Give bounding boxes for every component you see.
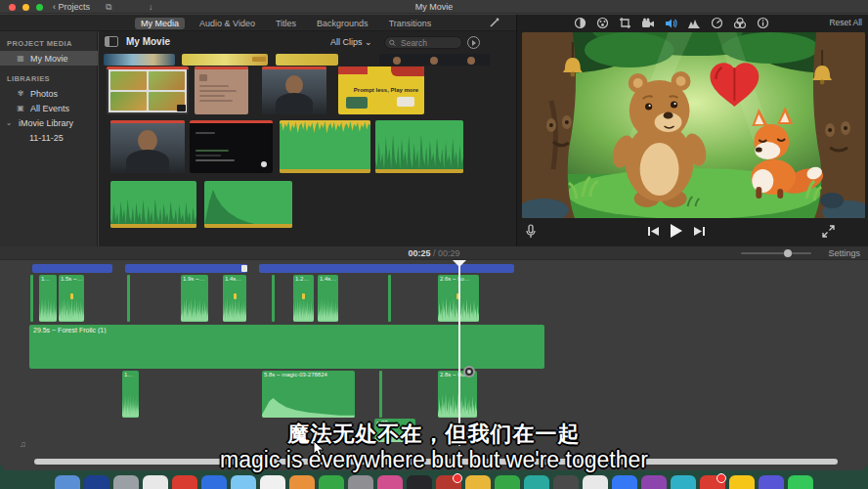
tab-my-media[interactable]: My Media [135,18,185,29]
audio-clip[interactable]: 1.5s ~… [59,275,84,322]
audio-clip[interactable]: 2.8s ~ Bub… [438,371,477,418]
dock-icon[interactable] [172,475,197,489]
media-thumbnail-audio[interactable] [110,181,196,228]
music-clip[interactable]: 29.5s ~ Forest Frolic (1) [29,325,544,369]
disclosure-triangle-icon[interactable]: ⌄ [4,118,14,127]
dock-icon[interactable] [436,475,461,489]
clip-filter-icon[interactable] [733,17,747,29]
dock-icon[interactable] [407,475,432,489]
audio-clip[interactable]: 1.9s ~… [181,275,208,322]
audio-clip-stub[interactable] [127,275,130,322]
audio-clip[interactable]: 5.8s ~ magic-03-278824 [262,371,355,418]
tab-backgrounds[interactable]: Backgrounds [311,18,374,29]
dock-icon[interactable] [612,475,637,489]
dock-icon[interactable] [348,475,373,489]
media-thumbnail-audio[interactable] [375,120,463,173]
dock-icon[interactable] [289,475,315,489]
dock-icon[interactable] [113,475,139,489]
audio-clip[interactable]: 1.4s… [223,275,246,322]
color-correction-palette-icon[interactable] [596,17,609,29]
dock-icon[interactable] [319,475,344,489]
browser-forward-icon[interactable] [467,36,480,49]
fullscreen-icon[interactable] [822,225,835,238]
dock-icon[interactable] [671,475,696,489]
media-thumbnail[interactable] [276,54,338,66]
playhead-handle[interactable] [453,260,466,267]
dock-icon[interactable] [201,475,227,489]
media-thumbnail-presenter[interactable] [110,120,185,173]
sidebar-item-event-date[interactable]: 11-11-25 [0,130,98,145]
sidebar-item-photos[interactable]: ✾ Photos [0,86,98,101]
dock-icon[interactable] [700,475,725,489]
stabilization-camera-icon[interactable] [641,18,655,29]
dock-icon[interactable] [641,475,667,489]
project-media-header: PROJECT MEDIA [7,39,72,48]
all-clips-dropdown[interactable]: All Clips ⌄ [330,37,372,47]
crop-icon[interactable] [619,17,631,29]
dock-icon[interactable] [524,475,549,489]
audio-clip[interactable]: 1… [39,275,57,322]
tab-transitions[interactable]: Transitions [383,18,438,29]
audio-clip-stub[interactable] [388,275,391,322]
enhance-wand-icon[interactable] [488,17,500,29]
dock-icon[interactable] [84,475,109,489]
dock-icon[interactable] [788,475,813,489]
sidebar-item-imovie-library[interactable]: ⌄ iMovie Library [0,115,98,130]
imovie-window: ‹ Projects ⧉ ↓ My Movie My Media Audio &… [0,0,868,470]
play-icon[interactable] [669,223,683,239]
dock-icon[interactable] [495,475,520,489]
dock-icon[interactable] [231,475,256,489]
volume-icon[interactable] [665,18,677,29]
timeline-settings-button[interactable]: Settings [828,248,860,258]
sidebar-item-my-movie[interactable]: ▦ My Movie [0,51,98,66]
sidebar-item-all-events[interactable]: ▣ All Events [0,101,98,115]
skip-back-icon[interactable] [647,226,660,237]
skip-forward-icon[interactable] [693,226,706,237]
dock-icon[interactable] [377,475,403,489]
media-thumbnail[interactable] [104,54,175,66]
tab-audio-video[interactable]: Audio & Video [194,18,261,29]
audio-clip[interactable]: 1.4s… [318,275,338,322]
color-balance-icon[interactable] [574,17,586,29]
noise-reduction-icon[interactable] [687,18,701,29]
media-thumbnail[interactable] [182,54,268,66]
dock-icon[interactable] [143,475,168,489]
media-thumbnail-screen-recording[interactable] [190,120,273,173]
dock-icon[interactable] [260,475,285,489]
slider-thumb[interactable] [784,249,792,257]
dock-icon[interactable] [465,475,491,489]
info-icon[interactable] [757,17,769,29]
media-thumbnail[interactable] [379,54,490,66]
browser-header: My Movie All Clips ⌄ [99,31,516,53]
media-thumbnail-audio[interactable] [280,120,370,173]
timeline-zoom-slider[interactable] [741,252,811,254]
dock-icon[interactable] [729,475,755,489]
dock-icon[interactable] [55,475,80,489]
search-field[interactable] [384,36,462,49]
audio-clip-stub[interactable] [379,371,382,418]
media-thumbnail-document[interactable] [195,67,248,114]
viewer-preview[interactable] [522,32,865,218]
audio-clip-stub[interactable] [272,275,275,322]
search-input[interactable] [399,37,457,49]
playhead[interactable] [458,260,460,446]
voiceover-mic-icon[interactable] [525,224,537,240]
title-clip[interactable] [125,264,247,273]
audio-clip[interactable]: 1… [122,371,139,418]
media-thumbnail-audio[interactable] [204,181,292,228]
speed-gauge-icon[interactable] [711,17,723,29]
media-thumbnail-storyboard[interactable] [107,67,189,114]
title-clip[interactable] [32,264,112,273]
audio-clip[interactable]: 1.2… [293,275,314,322]
dock-icon[interactable] [759,475,784,489]
audio-clip-stub[interactable] [30,275,33,322]
dock-icon[interactable] [583,475,608,489]
media-thumbnail-promo[interactable]: Prompt less, Play more [338,67,424,114]
title-clip[interactable] [259,264,514,273]
dock-icon[interactable] [553,475,579,489]
sidebar-toggle-icon[interactable] [105,36,118,47]
tab-titles[interactable]: Titles [270,18,302,29]
reset-all-button[interactable]: Reset All [829,18,862,27]
clip-volume-badge[interactable] [463,366,475,378]
media-thumbnail-presenter[interactable] [262,67,326,114]
